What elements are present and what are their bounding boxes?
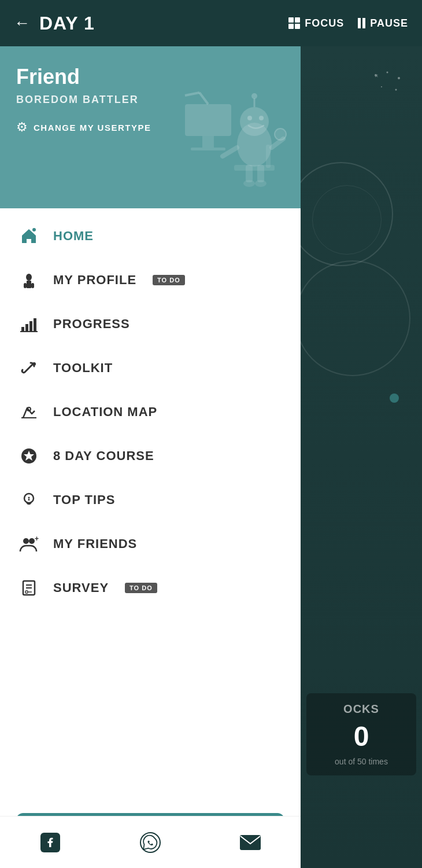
- hero-section: Friend BOREDOM BATTLER ⚙ CHANGE MY USERT…: [0, 46, 301, 208]
- nav-label-toolkit: TOOLKIT: [53, 361, 113, 376]
- nav-label-survey: SURVEY: [53, 580, 109, 595]
- svg-point-4: [395, 89, 397, 91]
- nav-item-8-day-course[interactable]: 8 DAY COURSE: [0, 434, 301, 478]
- header-left: ← DAY 1: [14, 13, 95, 34]
- header-right: FOCUS PAUSE: [288, 17, 408, 30]
- whatsapp-icon[interactable]: [139, 832, 161, 854]
- svg-rect-33: [29, 321, 32, 332]
- svg-text:✕: ✕: [375, 73, 379, 79]
- nav-label-progress: PROGRESS: [53, 317, 130, 332]
- svg-point-1: [387, 72, 388, 73]
- svg-point-36: [32, 362, 36, 366]
- pause-icon: [358, 18, 365, 28]
- email-icon[interactable]: [239, 834, 261, 851]
- nav-item-my-profile[interactable]: MY PROFILETO DO: [0, 258, 301, 302]
- locks-sub: out of 50 times: [316, 757, 407, 766]
- nav-label-home: HOME: [53, 229, 94, 244]
- hero-text: Friend BOREDOM BATTLER ⚙ CHANGE MY USERT…: [16, 65, 284, 135]
- focus-button[interactable]: FOCUS: [288, 17, 344, 30]
- nav-item-top-tips[interactable]: TOP TIPS: [0, 478, 301, 522]
- todo-badge-survey: TO DO: [125, 583, 157, 593]
- nav-icon-survey: [18, 578, 39, 598]
- svg-rect-51: [25, 591, 28, 593]
- svg-rect-23: [266, 145, 271, 168]
- svg-text:+: +: [35, 535, 39, 543]
- hero-name: Friend: [16, 65, 284, 89]
- svg-rect-30: [31, 283, 34, 288]
- pause-button[interactable]: PAUSE: [358, 17, 408, 30]
- page-title: DAY 1: [39, 13, 95, 34]
- svg-rect-7: [202, 136, 214, 148]
- locks-number: 0: [316, 720, 407, 752]
- svg-point-21: [255, 180, 266, 187]
- svg-point-20: [243, 180, 255, 187]
- nav-item-toolkit[interactable]: TOOLKIT: [0, 346, 301, 390]
- main-area: ✕ OCKS 0 out of 50 times Friend BOREDOM …: [0, 46, 422, 868]
- svg-point-46: [29, 538, 35, 544]
- svg-point-45: [23, 538, 29, 544]
- nav-icon-location-map: [18, 402, 39, 422]
- header: ← DAY 1 FOCUS PAUSE: [0, 0, 422, 46]
- nav-label-8-day-course: 8 DAY COURSE: [53, 448, 154, 464]
- settings-icon: ⚙: [16, 120, 28, 135]
- svg-rect-55: [240, 835, 261, 850]
- nav-item-my-friends[interactable]: +MY FRIENDS: [0, 522, 301, 566]
- change-usertype-button[interactable]: ⚙ CHANGE MY USERTYPE: [16, 120, 284, 135]
- nav-label-top-tips: TOP TIPS: [53, 492, 115, 507]
- nav-item-survey[interactable]: SURVEYTO DO: [0, 566, 301, 610]
- svg-rect-32: [25, 324, 28, 332]
- nav-label-my-profile: MY PROFILE: [53, 273, 136, 288]
- svg-point-27: [26, 274, 32, 281]
- nav-icon-8-day-course: [18, 446, 39, 466]
- svg-point-3: [381, 86, 382, 87]
- drawer: Friend BOREDOM BATTLER ⚙ CHANGE MY USERT…: [0, 46, 301, 868]
- svg-point-26: [32, 228, 36, 231]
- svg-rect-28: [24, 283, 27, 288]
- bg-content: ✕ OCKS 0 out of 50 times: [298, 46, 422, 868]
- svg-point-2: [398, 77, 400, 79]
- nav-list: HOMEMY PROFILETO DOPROGRESSTOOLKITLOCATI…: [0, 208, 301, 801]
- svg-rect-31: [21, 327, 24, 332]
- nav-icon-my-profile: [18, 270, 39, 290]
- hero-usertype: BOREDOM BATTLER: [16, 94, 284, 106]
- bottom-bar: [0, 816, 301, 868]
- svg-point-43: [28, 497, 30, 499]
- nav-item-home[interactable]: HOME: [0, 214, 301, 258]
- nav-icon-my-friends: +: [18, 534, 39, 554]
- nav-item-progress[interactable]: PROGRESS: [0, 302, 301, 346]
- nav-icon-toolkit: [18, 358, 39, 378]
- todo-badge-my-profile: TO DO: [153, 275, 185, 285]
- svg-rect-8: [191, 148, 225, 150]
- svg-rect-29: [27, 281, 31, 288]
- nav-label-location-map: LOCATION MAP: [53, 404, 157, 420]
- focus-icon: [288, 17, 300, 29]
- nav-icon-progress: [18, 314, 39, 334]
- nav-icon-home: [18, 226, 39, 247]
- svg-rect-34: [34, 318, 36, 332]
- locks-box: OCKS 0 out of 50 times: [306, 693, 416, 775]
- nav-label-my-friends: MY FRIENDS: [53, 536, 137, 551]
- facebook-icon[interactable]: [39, 832, 61, 854]
- change-usertype-label: CHANGE MY USERTYPE: [34, 123, 151, 133]
- nav-item-location-map[interactable]: LOCATION MAP: [0, 390, 301, 434]
- nav-icon-top-tips: [18, 490, 39, 510]
- back-button[interactable]: ←: [14, 14, 30, 32]
- locks-label: OCKS: [316, 703, 407, 716]
